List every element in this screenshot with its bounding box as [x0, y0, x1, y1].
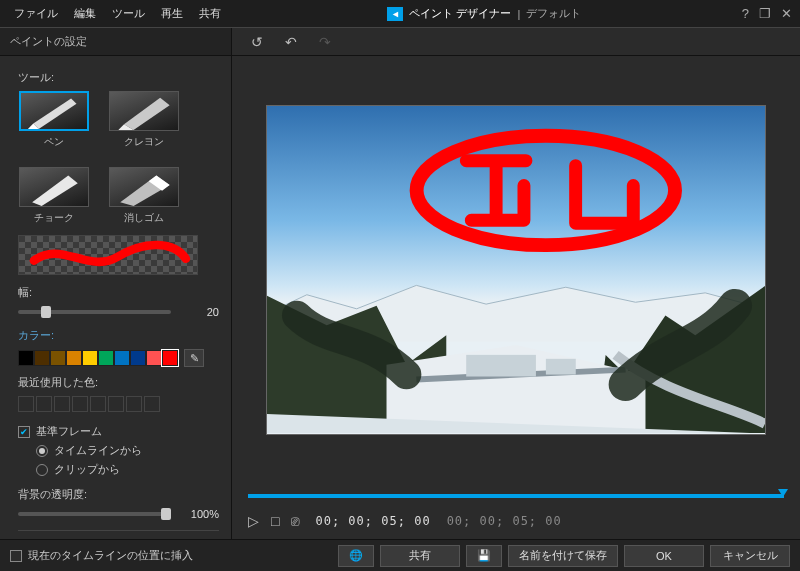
menu-play[interactable]: 再生: [155, 4, 189, 23]
recent-color-slot[interactable]: [144, 396, 160, 412]
snapshot-button[interactable]: ⎚: [291, 513, 299, 529]
cancel-button[interactable]: キャンセル: [710, 545, 790, 567]
tool-chalk[interactable]: チョーク: [18, 167, 90, 225]
tool-crayon-label: クレヨン: [124, 135, 164, 149]
color-swatch[interactable]: [114, 350, 130, 366]
bg-opacity-label: 背景の透明度:: [18, 487, 219, 502]
recent-color-slot[interactable]: [54, 396, 70, 412]
cancel-button-label: キャンセル: [723, 548, 778, 563]
ref-frame-checkbox[interactable]: ✔ 基準フレーム: [18, 424, 219, 439]
app-window: ファイル 編集 ツール 再生 共有 ◄ ペイント デザイナー | デフォルト ?…: [0, 0, 800, 571]
window-controls: ? ❐ ✕: [742, 6, 792, 21]
color-palette: ✎: [18, 349, 219, 367]
play-button[interactable]: ▷: [248, 513, 259, 529]
color-picker-button[interactable]: ✎: [184, 349, 204, 367]
color-label: カラー:: [18, 328, 219, 343]
svg-marker-2: [124, 98, 170, 130]
color-swatch[interactable]: [98, 350, 114, 366]
svg-marker-4: [32, 176, 78, 206]
ref-frame-radio-clip[interactable]: クリップから: [36, 462, 219, 477]
width-value: 20: [179, 306, 219, 318]
help-button[interactable]: ?: [742, 6, 749, 21]
share-button-label: 共有: [409, 548, 431, 563]
share-icon-button[interactable]: 🌐: [338, 545, 374, 567]
timeline-playhead-icon[interactable]: [778, 489, 788, 497]
tools-label: ツール:: [18, 70, 219, 85]
menu-edit[interactable]: 編集: [68, 4, 102, 23]
profile-name: デフォルト: [526, 6, 581, 21]
paint-canvas[interactable]: [266, 105, 766, 435]
recent-colors-label: 最近使用した色:: [18, 375, 219, 390]
sidebar-body: ツール: ペン クレヨン チョーク: [0, 56, 231, 539]
stop-button[interactable]: □: [271, 513, 279, 529]
width-slider[interactable]: [18, 310, 171, 314]
svg-marker-0: [33, 98, 76, 129]
sidebar-header: ペイントの設定: [0, 28, 231, 56]
main-menu: ファイル 編集 ツール 再生 共有: [8, 4, 227, 23]
recent-color-slot[interactable]: [36, 396, 52, 412]
color-swatch[interactable]: [34, 350, 50, 366]
tool-chalk-label: チョーク: [34, 211, 74, 225]
bg-opacity-slider[interactable]: [18, 512, 171, 516]
timecode-duration: 00; 00; 05; 00: [447, 514, 562, 528]
window-title: ◄ ペイント デザイナー | デフォルト: [227, 6, 742, 21]
recent-color-slot[interactable]: [18, 396, 34, 412]
title-separator: |: [517, 8, 520, 20]
save-icon-button[interactable]: 💾: [466, 545, 502, 567]
recent-color-slot[interactable]: [108, 396, 124, 412]
redo-button[interactable]: ↷: [314, 32, 336, 52]
ok-button[interactable]: OK: [624, 545, 704, 567]
main-panel: ↺ ↶ ↷: [232, 28, 800, 539]
color-swatch[interactable]: [146, 350, 162, 366]
color-swatch[interactable]: [130, 350, 146, 366]
tool-grid: ペン クレヨン チョーク 消しゴム: [18, 91, 219, 225]
canvas-stage: [232, 56, 800, 483]
ref-frame-label: 基準フレーム: [36, 424, 102, 439]
tool-pen-label: ペン: [44, 135, 64, 149]
undo-button[interactable]: ↶: [280, 32, 302, 52]
tool-crayon[interactable]: クレヨン: [108, 91, 180, 149]
save-icon: 💾: [477, 549, 491, 562]
tool-eraser[interactable]: 消しゴム: [108, 167, 180, 225]
reset-button[interactable]: ↺: [246, 32, 268, 52]
user-paint-layer: [267, 106, 765, 434]
footer: 現在のタイムラインの位置に挿入 🌐 共有 💾 名前を付けて保存 OK キャンセル: [0, 539, 800, 571]
menu-file[interactable]: ファイル: [8, 4, 64, 23]
ref-frame-radio-clip-label: クリップから: [54, 462, 120, 477]
body: ペイントの設定 ツール: ペン クレヨン チョーク: [0, 28, 800, 539]
menu-tool[interactable]: ツール: [106, 4, 151, 23]
save-as-button-label: 名前を付けて保存: [519, 548, 607, 563]
app-name: ペイント デザイナー: [409, 6, 511, 21]
recent-color-slot[interactable]: [126, 396, 142, 412]
sidebar: ペイントの設定 ツール: ペン クレヨン チョーク: [0, 28, 232, 539]
recent-color-slot[interactable]: [72, 396, 88, 412]
width-slider-row: 20: [18, 306, 219, 318]
app-logo-icon: ◄: [387, 7, 403, 21]
color-swatch[interactable]: [66, 350, 82, 366]
brush-preview: [18, 235, 198, 275]
color-swatch[interactable]: [82, 350, 98, 366]
bg-opacity-value: 100%: [179, 508, 219, 520]
color-swatch[interactable]: [18, 350, 34, 366]
recent-color-slot[interactable]: [90, 396, 106, 412]
undock-button[interactable]: ❐: [759, 6, 771, 21]
color-swatch[interactable]: [50, 350, 66, 366]
ok-button-label: OK: [656, 550, 672, 562]
ref-frame-radio-timeline-label: タイムラインから: [54, 443, 142, 458]
transport-bar: ▷ □ ⎚ 00; 00; 05; 00 00; 00; 05; 00: [232, 509, 800, 539]
titlebar: ファイル 編集 ツール 再生 共有 ◄ ペイント デザイナー | デフォルト ?…: [0, 0, 800, 28]
menu-share[interactable]: 共有: [193, 4, 227, 23]
insert-at-timeline-checkbox[interactable]: 現在のタイムラインの位置に挿入: [10, 548, 193, 563]
timecode-current: 00; 00; 05; 00: [315, 514, 430, 528]
save-as-button[interactable]: 名前を付けて保存: [508, 545, 618, 567]
timeline[interactable]: [232, 483, 800, 509]
globe-icon: 🌐: [349, 549, 363, 562]
insert-at-timeline-label: 現在のタイムラインの位置に挿入: [28, 548, 193, 563]
ref-frame-radio-timeline[interactable]: タイムラインから: [36, 443, 219, 458]
close-button[interactable]: ✕: [781, 6, 792, 21]
tool-pen[interactable]: ペン: [18, 91, 90, 149]
bg-opacity-slider-row: 100%: [18, 508, 219, 520]
share-button[interactable]: 共有: [380, 545, 460, 567]
color-swatch[interactable]: [162, 350, 178, 366]
tool-eraser-label: 消しゴム: [124, 211, 164, 225]
